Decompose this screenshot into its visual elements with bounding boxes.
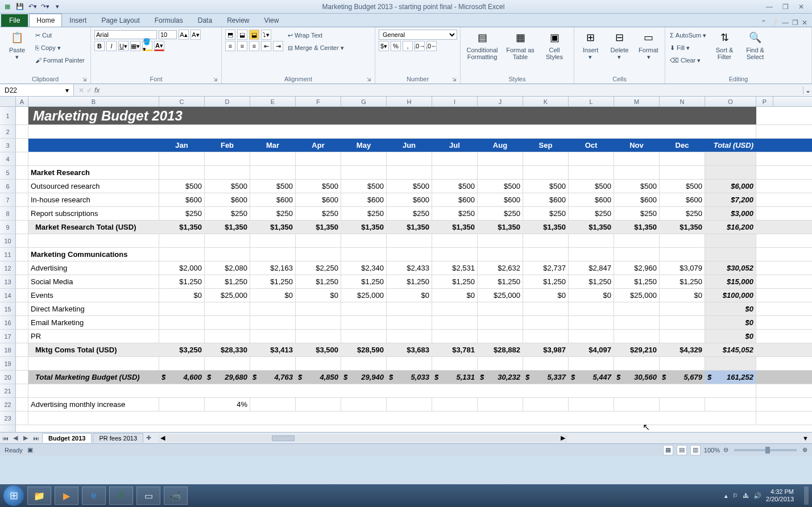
cell[interactable] <box>159 302 205 315</box>
cell[interactable]: $3,079 <box>660 261 705 275</box>
cell[interactable]: $500 <box>614 180 660 193</box>
copy-button[interactable]: ⎘Copy ▾ <box>34 42 86 53</box>
cell[interactable] <box>16 384 28 397</box>
cell[interactable] <box>341 248 387 261</box>
cell[interactable] <box>341 316 387 329</box>
cell[interactable]: $1,350 <box>660 221 705 234</box>
cell[interactable]: $30,052 <box>705 261 756 275</box>
redo-icon[interactable]: ↷▾ <box>40 2 50 12</box>
cell[interactable]: $1,250 <box>614 275 660 288</box>
cell-styles-button[interactable]: ▣Cell Styles <box>540 30 569 60</box>
cell[interactable] <box>250 152 296 165</box>
increase-indent-icon[interactable]: ⇥ <box>273 41 283 51</box>
cell[interactable]: $600 <box>569 193 614 206</box>
cell[interactable] <box>705 234 756 247</box>
cell[interactable] <box>16 180 28 193</box>
cell[interactable]: $1,250 <box>296 275 341 288</box>
cell[interactable]: $2,632 <box>478 261 523 275</box>
row-header-12[interactable]: 12 <box>0 261 15 275</box>
cell[interactable] <box>569 248 614 261</box>
format-as-table-button[interactable]: ▦Format as Table <box>504 30 537 60</box>
cell[interactable] <box>341 357 387 370</box>
cell[interactable] <box>478 302 523 315</box>
minimize-icon[interactable]: — <box>764 3 774 11</box>
cell[interactable]: Total Marketing Budget (USD) <box>28 371 159 384</box>
number-format-select[interactable]: General <box>379 30 457 40</box>
cell[interactable] <box>205 152 250 165</box>
cell[interactable] <box>159 330 205 343</box>
cell[interactable] <box>523 248 569 261</box>
cell[interactable]: $25,000 <box>614 289 660 302</box>
align-bottom-icon[interactable]: ⬓ <box>249 30 259 40</box>
cell[interactable]: $3,250 <box>159 343 205 356</box>
cell[interactable] <box>28 412 756 425</box>
cell[interactable]: $250 <box>205 207 250 220</box>
cell[interactable] <box>569 357 614 370</box>
row-header-10[interactable]: 10 <box>0 234 15 248</box>
cell[interactable]: $0 <box>569 289 614 302</box>
formula-input[interactable] <box>102 86 798 94</box>
row-header-23[interactable]: 23 <box>0 412 15 425</box>
row-header-18[interactable]: 18 <box>0 343 15 357</box>
cell[interactable]: $500 <box>387 180 432 193</box>
cell[interactable] <box>387 234 432 247</box>
cell[interactable] <box>705 152 756 165</box>
row-header-3[interactable]: 3 <box>0 139 15 152</box>
cell[interactable]: May <box>341 139 387 152</box>
close-icon[interactable]: ✕ <box>796 3 806 11</box>
cell[interactable]: Dec <box>660 139 705 152</box>
undo-icon[interactable]: ↶▾ <box>27 2 38 12</box>
cell[interactable]: Jul <box>432 139 478 152</box>
taskbar-mediaplayer-icon[interactable]: ▶ <box>55 487 78 505</box>
cell[interactable] <box>205 234 250 247</box>
cell[interactable] <box>660 166 705 179</box>
name-box-input[interactable] <box>5 86 50 94</box>
cell[interactable] <box>387 398 432 411</box>
taskbar-app2-icon[interactable]: 📹 <box>164 487 188 505</box>
cell[interactable] <box>614 316 660 329</box>
cell[interactable]: $500 <box>478 180 523 193</box>
taskbar-explorer-icon[interactable]: 📁 <box>27 487 51 505</box>
fx-icon[interactable]: fx <box>94 86 100 94</box>
window-restore-icon[interactable]: ❐ <box>792 19 798 27</box>
cell[interactable]: Report subscriptions <box>28 207 159 220</box>
cell[interactable]: $161,252 <box>705 371 756 384</box>
cell[interactable]: $500 <box>159 180 205 193</box>
cell[interactable] <box>660 248 705 261</box>
vscroll-down-icon[interactable]: ▼ <box>799 435 812 442</box>
col-header-K[interactable]: K <box>523 97 569 106</box>
cell[interactable] <box>432 234 478 247</box>
cell[interactable] <box>660 152 705 165</box>
show-desktop-button[interactable] <box>804 487 809 505</box>
cell[interactable] <box>614 398 660 411</box>
cell[interactable] <box>660 330 705 343</box>
cell[interactable] <box>159 248 205 261</box>
underline-icon[interactable]: U▾ <box>118 41 129 51</box>
cell[interactable]: Nov <box>614 139 660 152</box>
cell[interactable]: $250 <box>660 207 705 220</box>
expand-formula-bar-icon[interactable]: ⌄ <box>803 86 812 94</box>
cell[interactable]: $600 <box>614 193 660 206</box>
cell[interactable]: $500 <box>296 180 341 193</box>
cell[interactable]: $2,960 <box>614 261 660 275</box>
cell[interactable]: $600 <box>250 193 296 206</box>
cell[interactable] <box>478 330 523 343</box>
cell[interactable]: $600 <box>660 193 705 206</box>
cell[interactable] <box>614 152 660 165</box>
cell[interactable] <box>16 139 28 152</box>
last-sheet-icon[interactable]: ⏭ <box>31 435 41 442</box>
cell[interactable] <box>16 107 28 124</box>
cell[interactable]: $28,882 <box>478 343 523 356</box>
row-header-14[interactable]: 14 <box>0 289 15 302</box>
cell[interactable] <box>296 234 341 247</box>
cell[interactable] <box>250 357 296 370</box>
prev-sheet-icon[interactable]: ◀ <box>10 434 20 442</box>
cell[interactable]: $0 <box>296 289 341 302</box>
cell[interactable]: $5,337 <box>523 371 569 384</box>
cell[interactable]: $2,000 <box>159 261 205 275</box>
cell[interactable]: $500 <box>523 180 569 193</box>
cell[interactable] <box>250 248 296 261</box>
col-header-L[interactable]: L <box>569 97 614 106</box>
cell[interactable]: $500 <box>205 180 250 193</box>
taskbar-excel-icon[interactable]: X <box>109 487 133 505</box>
